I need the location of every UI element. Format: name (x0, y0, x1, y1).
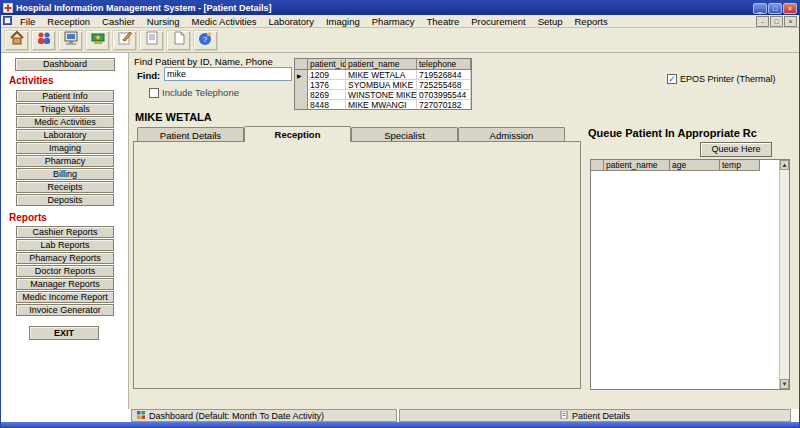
menu-reception[interactable]: Reception (41, 15, 96, 28)
row-selector (295, 100, 308, 110)
patient-row[interactable]: 8448 MIKE MWANGI 727070182 (295, 100, 471, 110)
epos-printer-checkbox[interactable] (667, 74, 677, 84)
col-telephone: telephone (417, 59, 471, 70)
close-button[interactable]: × (783, 3, 797, 14)
cash-toolbar-button[interactable] (85, 30, 110, 51)
queue-panel-title: Queue Patient In Appropriate Rc (588, 127, 793, 139)
menu-cashier[interactable]: Cashier (96, 15, 141, 28)
minimize-button[interactable]: _ (753, 3, 767, 14)
tab-specialist[interactable]: Specialist (351, 127, 458, 142)
cell-patient-id: 1209 (308, 70, 346, 80)
bottom-tab-dashboard[interactable]: Dashboard (Default: Month To Date Activi… (131, 409, 397, 422)
cell-telephone: 719526844 (417, 70, 471, 80)
include-telephone-label: Include Telephone (162, 87, 239, 98)
tab-reception[interactable]: Reception (244, 126, 351, 142)
cell-patient-id: 8269 (308, 90, 346, 100)
tab-admission[interactable]: Admission (458, 127, 565, 142)
patients-toolbar-button[interactable] (31, 30, 56, 51)
sidebar-item-medic-activities[interactable]: Medic Activities (16, 116, 114, 128)
sidebar-item-pharmacy[interactable]: Pharmacy (16, 155, 114, 167)
cell-patient-id: 1376 (308, 80, 346, 90)
menu-theatre[interactable]: Theatre (421, 15, 466, 28)
sidebar-item-patient-info[interactable]: Patient Info (16, 90, 114, 102)
sidebar-item-manager-reports[interactable]: Manager Reports (16, 278, 114, 290)
menu-pharmacy[interactable]: Pharmacy (366, 15, 421, 28)
bottom-tab-patient-details[interactable]: Patient Details (399, 409, 791, 422)
queue-grid: patient_name age temp ▲ ▼ (590, 159, 790, 390)
sidebar-item-invoice-generator[interactable]: Invoice Generator (16, 304, 114, 316)
bottom-tab-patient-details-label: Patient Details (572, 411, 630, 421)
blank-page-toolbar-button[interactable] (166, 30, 191, 51)
sidebar-item-triage-vitals[interactable]: Triage Vitals (16, 103, 114, 115)
sidebar-item-lab-reports[interactable]: Lab Reports (16, 239, 114, 251)
sidebar-item-deposits[interactable]: Deposits (16, 194, 114, 206)
sidebar-item-imaging[interactable]: Imaging (16, 142, 114, 154)
workstation-toolbar-button[interactable] (58, 30, 83, 51)
cell-telephone: 725255468 (417, 80, 471, 90)
menu-setup[interactable]: Setup (532, 15, 569, 28)
menu-file[interactable]: File (14, 15, 41, 28)
row-selector-header (295, 59, 308, 70)
sidebar-item-laboratory[interactable]: Laboratory (16, 129, 114, 141)
bottom-tab-bar: Dashboard (Default: Month To Date Activi… (1, 409, 800, 422)
title-bar: Hospital Information Management System -… (1, 1, 799, 15)
row-selector (295, 70, 308, 80)
menu-medic-activities[interactable]: Medic Activities (186, 15, 263, 28)
sidebar-item-medic-income-report[interactable]: Medic Income Report (16, 291, 114, 303)
mdi-close-button[interactable]: × (784, 16, 797, 27)
col-patient-id: patient_id (308, 59, 346, 70)
reception-tab-panel (133, 141, 581, 389)
cell-patient-name: MIKE MWANGI (346, 100, 417, 110)
sidebar-item-billing[interactable]: Billing (16, 168, 114, 180)
mdi-minimize-button[interactable]: - (756, 16, 769, 27)
patient-row[interactable]: 8269 WINSTONE MIKETI 0703995544 (295, 90, 471, 100)
patient-grid-header: patient_id patient_name telephone (295, 59, 471, 70)
scroll-up-icon[interactable]: ▲ (780, 160, 789, 170)
include-telephone-checkbox[interactable] (149, 88, 159, 98)
application-window: Hospital Information Management System -… (0, 0, 800, 428)
help-toolbar-button[interactable]: ? (193, 30, 218, 51)
sidebar-section-activities: Activities (9, 75, 53, 86)
sidebar-item-receipts[interactable]: Receipts (16, 181, 114, 193)
menu-procurement[interactable]: Procurement (465, 15, 531, 28)
maximize-button[interactable]: □ (768, 3, 782, 14)
patient-row[interactable]: 1209 MIKE WETALA 719526844 (295, 70, 471, 80)
col-patient-name: patient_name (346, 59, 417, 70)
patient-details-tab-icon (560, 411, 568, 421)
epos-printer-label: EPOS Printer (Thermal) (680, 74, 776, 84)
patient-row[interactable]: 1376 SYOMBUA MIKE 725255468 (295, 80, 471, 90)
queue-grid-header: patient_name age temp (591, 160, 789, 171)
menu-nursing[interactable]: Nursing (141, 15, 186, 28)
col-temp: temp (720, 160, 760, 171)
menu-reports[interactable]: Reports (569, 15, 614, 28)
menu-imaging[interactable]: Imaging (320, 15, 366, 28)
sign-toolbar-button[interactable] (112, 30, 137, 51)
sidebar-item-doctor-reports[interactable]: Doctor Reports (16, 265, 114, 277)
queue-grid-vscrollbar[interactable]: ▲ ▼ (779, 160, 789, 389)
col-age: age (670, 160, 720, 171)
window-title: Hospital Information Management System -… (16, 3, 272, 13)
queue-here-button[interactable]: Queue Here (700, 142, 772, 157)
sidebar-item-dashboard[interactable]: Dashboard (15, 58, 115, 71)
cell-telephone: 727070182 (417, 100, 471, 110)
cell-patient-id: 8448 (308, 100, 346, 110)
scroll-down-icon[interactable]: ▼ (780, 379, 789, 389)
sidebar-item-phamacy-reports[interactable]: Phamacy Reports (16, 252, 114, 264)
sidebar-item-cashier-reports[interactable]: Cashier Reports (16, 226, 114, 238)
home-toolbar-button[interactable] (4, 30, 29, 51)
tab-patient-details[interactable]: Patient Details (137, 127, 244, 142)
cell-patient-name: WINSTONE MIKETI (346, 90, 417, 100)
notes-toolbar-button[interactable] (139, 30, 164, 51)
patients-icon (36, 30, 52, 50)
exit-button[interactable]: EXIT (29, 326, 99, 340)
find-input[interactable] (164, 67, 292, 81)
patient-results-grid: patient_id patient_name telephone 1209 M… (294, 58, 472, 110)
row-selector (295, 90, 308, 100)
mdi-restore-button[interactable]: □ (770, 16, 783, 27)
workstation-icon (63, 30, 79, 50)
svg-text:?: ? (202, 35, 207, 44)
find-patient-heading: Find Patient by ID, Name, Phone (134, 56, 273, 67)
menu-laboratory[interactable]: Laboratory (263, 15, 320, 28)
notes-icon (144, 30, 160, 50)
col-patient-name: patient_name (604, 160, 670, 171)
